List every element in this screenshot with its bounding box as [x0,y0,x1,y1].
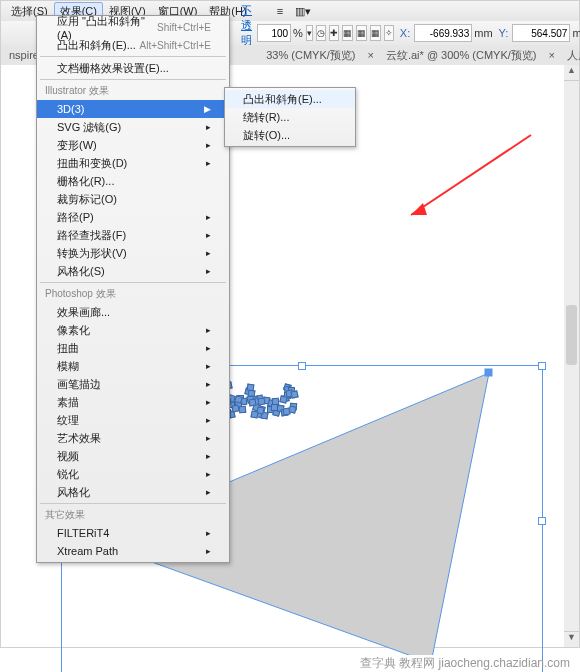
x-unit: mm [474,27,492,39]
arrange-icon[interactable]: ▥▾ [289,3,317,20]
menu-convert-shape[interactable]: 转换为形状(V)▸ [37,244,229,262]
menu-sketch[interactable]: 素描▸ [37,393,229,411]
tab-fragment-2[interactable]: 云纹.ai* @ 300% (CMYK/预览) [380,45,543,66]
opacity-input[interactable] [257,24,291,42]
menu-crop-marks[interactable]: 裁剪标记(O) [37,190,229,208]
submenu-rotate[interactable]: 旋转(O)... [225,126,355,144]
handle-n[interactable] [298,362,306,370]
submenu-3d: 凸出和斜角(E)... 绕转(R)... 旋转(O)... [224,87,356,147]
app-frame: 选择(S) 效果(C) 视图(V) 窗口(W) 帮助(H) ≡ ▥▾ 不透明度:… [0,0,580,648]
section-illustrator: Illustrator 效果 [37,82,229,100]
tool-opt-6[interactable]: ✧ [384,25,394,41]
menu-3d[interactable]: 3D(3)▶ [37,100,229,118]
chevron-right-icon: ▶ [204,104,211,114]
menu-warp[interactable]: 变形(W)▸ [37,136,229,154]
submenu-revolve[interactable]: 绕转(R)... [225,108,355,126]
x-label: X: [400,27,410,39]
submenu-extrude-bevel[interactable]: 凸出和斜角(E)... [225,90,355,108]
tool-opt-3[interactable]: ▦ [342,25,353,41]
y-input[interactable] [512,24,570,42]
menu-last-effect[interactable]: 凸出和斜角(E)...Alt+Shift+Ctrl+E [37,36,229,54]
y-label: Y: [499,27,509,39]
annotation-arrow [411,135,531,215]
pct-label: % [293,27,303,39]
tab-fragment-3[interactable]: 人质.ai* @ 100% (RG [561,45,580,66]
menu-separator [40,503,226,504]
x-input[interactable] [414,24,472,42]
menu-brush[interactable]: 画笔描边▸ [37,375,229,393]
handle-ne[interactable] [538,362,546,370]
menu-pixelate[interactable]: 像素化▸ [37,321,229,339]
tool-opt-2[interactable]: ✚ [329,25,339,41]
y-coord: Y: mm [499,24,580,42]
menu-separator [40,282,226,283]
tool-opt-5[interactable]: ▦ [370,25,381,41]
menu-stylize[interactable]: 风格化(S)▸ [37,262,229,280]
menu-blur[interactable]: 模糊▸ [37,357,229,375]
handle-e[interactable] [538,517,546,525]
menu-sharp[interactable]: 锐化▸ [37,465,229,483]
y-unit: mm [572,27,580,39]
menu-distort2[interactable]: 扭曲▸ [37,339,229,357]
scroll-down-icon[interactable]: ▼ [564,631,579,647]
menu-texture[interactable]: 纹理▸ [37,411,229,429]
tool-opt-4[interactable]: ▦ [356,25,367,41]
scroll-thumb[interactable] [566,305,577,365]
menu-artistic[interactable]: 艺术效果▸ [37,429,229,447]
menu-gallery[interactable]: 效果画廊... [37,303,229,321]
menu-filterit[interactable]: FILTERiT4▸ [37,524,229,542]
doc-menu-icon[interactable]: ≡ [271,3,289,19]
tool-opt-1[interactable]: ◷ [316,25,326,41]
tab-close-1[interactable]: × [362,46,380,64]
menu-xtream[interactable]: Xtream Path▸ [37,542,229,560]
menu-distort-transform[interactable]: 扭曲和变换(D)▸ [37,154,229,172]
scroll-up-icon[interactable]: ▲ [564,65,579,81]
opacity-dropdown-icon[interactable]: ▾ [306,25,313,41]
section-photoshop: Photoshop 效果 [37,285,229,303]
section-other: 其它效果 [37,506,229,524]
effects-dropdown-menu: 应用 "凸出和斜角"(A)Shift+Ctrl+E 凸出和斜角(E)...Alt… [36,15,230,563]
menu-video[interactable]: 视频▸ [37,447,229,465]
menu-separator [40,79,226,80]
vertical-scrollbar[interactable]: ▲ ▼ [563,65,579,647]
menu-path[interactable]: 路径(P)▸ [37,208,229,226]
watermark-text: 查字典 教程网 jiaocheng.chazidian.com [360,655,570,672]
menu-apply-last[interactable]: 应用 "凸出和斜角"(A)Shift+Ctrl+E [37,18,229,36]
menu-rasterize[interactable]: 栅格化(R)... [37,172,229,190]
menu-doc-raster[interactable]: 文档栅格效果设置(E)... [37,59,229,77]
menu-separator [40,56,226,57]
menu-stylize2[interactable]: 风格化▸ [37,483,229,501]
menu-svg-filters[interactable]: SVG 滤镜(G)▸ [37,118,229,136]
tab-fragment-1[interactable]: 33% (CMYK/预览) [260,45,361,66]
x-coord: X: mm [400,24,493,42]
menu-pathfinder[interactable]: 路径查找器(F)▸ [37,226,229,244]
tab-close-2[interactable]: × [542,46,560,64]
